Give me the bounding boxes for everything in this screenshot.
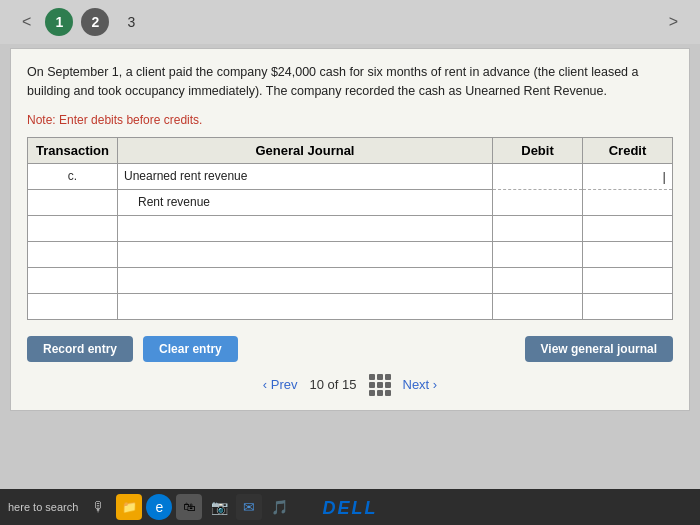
taskbar-search-text: here to search bbox=[8, 501, 78, 513]
note-text: Note: Enter debits before credits. bbox=[27, 113, 673, 127]
grid-dot bbox=[385, 390, 391, 396]
step-3-circle[interactable]: 3 bbox=[117, 8, 145, 36]
table-row bbox=[28, 241, 673, 267]
next-page-arrow[interactable]: Next › bbox=[403, 377, 438, 392]
view-journal-button[interactable]: View general journal bbox=[525, 336, 673, 362]
transaction-cell-2 bbox=[28, 189, 118, 215]
debit-input-cell-5[interactable] bbox=[493, 267, 583, 293]
credit-input-1[interactable] bbox=[585, 166, 670, 187]
prev-nav-arrow[interactable]: < bbox=[16, 11, 37, 33]
grid-dot bbox=[369, 382, 375, 388]
debit-input-cell-1[interactable] bbox=[493, 163, 583, 189]
debit-input-4[interactable] bbox=[495, 244, 580, 265]
table-row bbox=[28, 267, 673, 293]
top-navigation: < 1 2 3 > bbox=[0, 0, 700, 44]
credit-input-cell-3[interactable] bbox=[583, 215, 673, 241]
edge-browser-icon[interactable]: e bbox=[146, 494, 172, 520]
step-3-label: 3 bbox=[127, 14, 135, 30]
debit-input-1[interactable] bbox=[495, 166, 580, 187]
table-row bbox=[28, 215, 673, 241]
step-2-circle[interactable]: 2 bbox=[81, 8, 109, 36]
transaction-cell-4 bbox=[28, 241, 118, 267]
grid-dot bbox=[369, 390, 375, 396]
credit-input-cell-1[interactable] bbox=[583, 163, 673, 189]
screen: < 1 2 3 > On September 1, a client paid … bbox=[0, 0, 700, 525]
credit-input-cell-2[interactable] bbox=[583, 189, 673, 215]
question-text: On September 1, a client paid the compan… bbox=[27, 63, 673, 101]
grid-dot bbox=[377, 382, 383, 388]
journal-entry-cell-3 bbox=[118, 215, 493, 241]
step-2-label: 2 bbox=[91, 14, 99, 30]
step-1-circle[interactable]: 1 bbox=[45, 8, 73, 36]
taskbar: here to search 🎙 📁 e 🛍 📷 ✉ 🎵 DELL bbox=[0, 489, 700, 525]
main-content: On September 1, a client paid the compan… bbox=[10, 48, 690, 411]
debit-input-cell-4[interactable] bbox=[493, 241, 583, 267]
journal-table: Transaction General Journal Debit Credit… bbox=[27, 137, 673, 320]
record-entry-button[interactable]: Record entry bbox=[27, 336, 133, 362]
credit-input-cell-5[interactable] bbox=[583, 267, 673, 293]
grid-dot bbox=[385, 382, 391, 388]
table-row bbox=[28, 293, 673, 319]
grid-dot bbox=[369, 374, 375, 380]
credit-input-5[interactable] bbox=[585, 270, 670, 291]
pagination-info: 10 of 15 bbox=[310, 377, 357, 392]
journal-entry-cell-6 bbox=[118, 293, 493, 319]
grid-dot bbox=[377, 390, 383, 396]
grid-dot bbox=[385, 374, 391, 380]
col-debit: Debit bbox=[493, 137, 583, 163]
grid-dot bbox=[377, 374, 383, 380]
microphone-icon[interactable]: 🎙 bbox=[86, 494, 112, 520]
debit-input-3[interactable] bbox=[495, 218, 580, 239]
buttons-row: Record entry Clear entry View general jo… bbox=[27, 336, 673, 362]
step-1-label: 1 bbox=[55, 14, 63, 30]
journal-entry-cell-1: Unearned rent revenue bbox=[118, 163, 493, 189]
journal-entry-cell-4 bbox=[118, 241, 493, 267]
next-nav-arrow[interactable]: > bbox=[663, 11, 684, 33]
transaction-cell-3 bbox=[28, 215, 118, 241]
nav-left: < 1 2 3 bbox=[16, 8, 145, 36]
table-row: c. Unearned rent revenue bbox=[28, 163, 673, 189]
prev-page-arrow[interactable]: ‹ Prev bbox=[263, 377, 298, 392]
credit-input-cell-6[interactable] bbox=[583, 293, 673, 319]
col-general-journal: General Journal bbox=[118, 137, 493, 163]
mail-icon[interactable]: ✉ bbox=[236, 494, 262, 520]
col-credit: Credit bbox=[583, 137, 673, 163]
debit-input-2[interactable] bbox=[495, 192, 580, 213]
transaction-cell-5 bbox=[28, 267, 118, 293]
pagination-grid-icon bbox=[369, 374, 391, 396]
debit-input-cell-2[interactable] bbox=[493, 189, 583, 215]
debit-input-cell-3[interactable] bbox=[493, 215, 583, 241]
left-buttons: Record entry Clear entry bbox=[27, 336, 238, 362]
app-store-icon[interactable]: 🛍 bbox=[176, 494, 202, 520]
credit-input-2[interactable] bbox=[585, 192, 670, 213]
file-explorer-icon[interactable]: 📁 bbox=[116, 494, 142, 520]
credit-input-cell-4[interactable] bbox=[583, 241, 673, 267]
clear-entry-button[interactable]: Clear entry bbox=[143, 336, 238, 362]
pagination: ‹ Prev 10 of 15 Next › bbox=[27, 374, 673, 396]
debit-input-6[interactable] bbox=[495, 296, 580, 317]
transaction-cell-6 bbox=[28, 293, 118, 319]
col-transaction: Transaction bbox=[28, 137, 118, 163]
media-icon[interactable]: 🎵 bbox=[266, 494, 292, 520]
journal-entry-cell-2: Rent revenue bbox=[118, 189, 493, 215]
debit-input-5[interactable] bbox=[495, 270, 580, 291]
journal-entry-cell-5 bbox=[118, 267, 493, 293]
transaction-cell-1: c. bbox=[28, 163, 118, 189]
credit-input-4[interactable] bbox=[585, 244, 670, 265]
credit-input-6[interactable] bbox=[585, 296, 670, 317]
debit-input-cell-6[interactable] bbox=[493, 293, 583, 319]
dell-logo: DELL bbox=[323, 498, 378, 519]
table-row: Rent revenue bbox=[28, 189, 673, 215]
photos-icon[interactable]: 📷 bbox=[206, 494, 232, 520]
credit-input-3[interactable] bbox=[585, 218, 670, 239]
